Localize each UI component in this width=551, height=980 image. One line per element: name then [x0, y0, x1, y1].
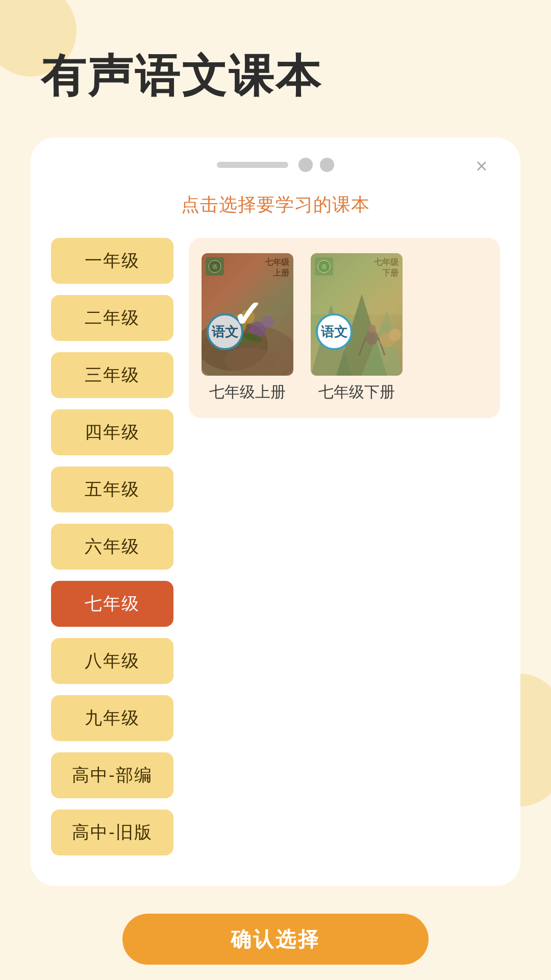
grade-button-7[interactable]: 七年级 — [51, 581, 173, 627]
confirm-button[interactable]: 确认选择 — [122, 914, 429, 965]
book-grid: 语 七年级 上册 — [189, 238, 500, 418]
dialog-topbar: × — [31, 158, 520, 187]
book-item-2[interactable]: 语 七年级 下册 — [308, 253, 405, 403]
grade-button-2[interactable]: 二年级 — [51, 295, 173, 341]
grade-button-5[interactable]: 五年级 — [51, 467, 173, 512]
dialog-body: 一年级 二年级 三年级 四年级 五年级 六年级 七年级 八年级 九年级 高中-部… — [31, 238, 520, 855]
grade-button-3[interactable]: 三年级 — [51, 352, 173, 398]
dialog-card: × 点击选择要学习的课本 一年级 二年级 三年级 四年级 五年级 六年级 七年级… — [31, 137, 520, 886]
grade-button-1[interactable]: 一年级 — [51, 238, 173, 284]
dialog-handle — [217, 162, 288, 168]
grade-button-hs1[interactable]: 高中-部编 — [51, 752, 173, 798]
svg-rect-16 — [311, 253, 403, 314]
yuwen-badge-2: 语文 — [316, 313, 353, 350]
page-title: 有声语文课本 — [0, 0, 551, 137]
check-mark-1: ✓ — [232, 293, 263, 336]
grade-button-hs2[interactable]: 高中-旧版 — [51, 810, 173, 855]
dialog-dots — [298, 158, 334, 172]
book-item-1[interactable]: 语 七年级 上册 — [199, 253, 296, 403]
dialog-dot-1 — [298, 158, 313, 172]
book-grid-container: 语 七年级 上册 — [173, 238, 500, 855]
dialog-dot-2 — [320, 158, 334, 172]
book-title-2: 七年级下册 — [318, 382, 395, 403]
book-cover-1: 语 七年级 上册 — [202, 253, 293, 376]
grade-button-6[interactable]: 六年级 — [51, 524, 173, 570]
grade-button-4[interactable]: 四年级 — [51, 409, 173, 455]
book-title-1: 七年级上册 — [209, 382, 286, 403]
svg-point-25 — [389, 329, 401, 341]
bottom-bar: 确认选择 — [0, 903, 551, 980]
svg-point-21 — [368, 325, 376, 333]
book-cover-2: 语 七年级 下册 — [311, 253, 403, 376]
check-overlay-1: ✓ — [202, 253, 293, 376]
grade-button-8[interactable]: 八年级 — [51, 638, 173, 684]
dialog-subtitle: 点击选择要学习的课本 — [31, 187, 520, 238]
grade-list: 一年级 二年级 三年级 四年级 五年级 六年级 七年级 八年级 九年级 高中-部… — [51, 238, 173, 855]
book-art-svg-2 — [311, 253, 403, 376]
grade-button-9[interactable]: 九年级 — [51, 695, 173, 741]
close-button[interactable]: × — [468, 153, 495, 179]
